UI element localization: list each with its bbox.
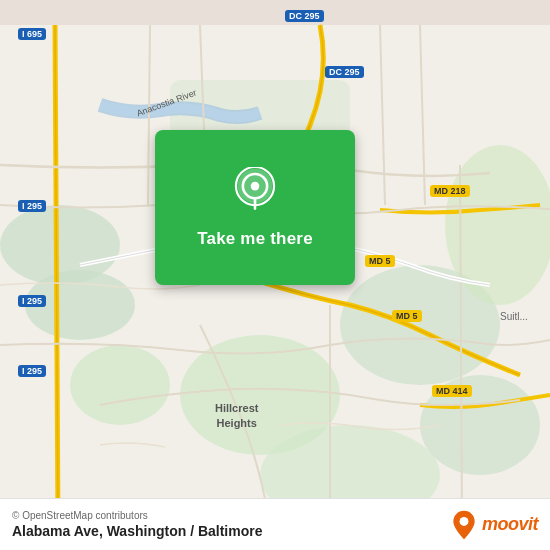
badge-md5-top: MD 5 <box>365 255 395 267</box>
badge-i295-bot: I 295 <box>18 365 46 377</box>
badge-i295-top: I 295 <box>18 200 46 212</box>
moovit-text: moovit <box>482 514 538 535</box>
take-me-there-label: Take me there <box>197 229 313 249</box>
svg-text:Suitl...: Suitl... <box>500 311 528 322</box>
svg-point-15 <box>460 517 469 526</box>
badge-md218: MD 218 <box>430 185 470 197</box>
moovit-logo: moovit <box>450 509 538 541</box>
copyright-text: © OpenStreetMap contributors <box>12 510 263 521</box>
map-container: Suitl... Anacostia River I 695 DC 295 DC… <box>0 0 550 550</box>
badge-dc295-top: DC 295 <box>285 10 324 22</box>
badge-i295-mid: I 295 <box>18 295 46 307</box>
svg-point-13 <box>251 181 260 190</box>
bottom-bar: © OpenStreetMap contributors Alabama Ave… <box>0 498 550 550</box>
badge-dc295-mid: DC 295 <box>325 66 364 78</box>
svg-point-3 <box>70 345 170 425</box>
location-pin-icon <box>229 167 281 219</box>
moovit-pin-icon <box>450 509 478 541</box>
badge-md414: MD 414 <box>432 385 472 397</box>
badge-md5-bot: MD 5 <box>392 310 422 322</box>
location-title: Alabama Ave, Washington / Baltimore <box>12 523 263 539</box>
bottom-left-info: © OpenStreetMap contributors Alabama Ave… <box>12 510 263 539</box>
badge-i695: I 695 <box>18 28 46 40</box>
take-me-there-card[interactable]: Take me there <box>155 130 355 285</box>
